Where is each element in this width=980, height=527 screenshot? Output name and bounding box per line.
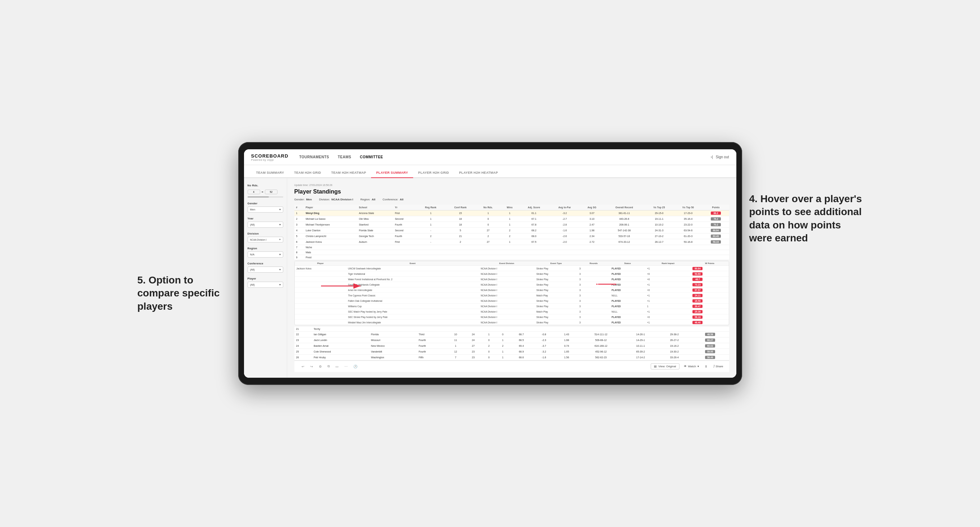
exp-cell-w-points[interactable]: 73.23: [690, 282, 729, 287]
exp-cell-w-points[interactable]: 57.57: [690, 287, 729, 293]
exp-cell-w-points[interactable]: 16.50: [690, 298, 729, 303]
table-row: 7 Niche: [294, 245, 729, 250]
cell-top50: [674, 250, 703, 255]
subnav-player-h2h-grid[interactable]: PLAYER H2H GRID: [413, 168, 454, 178]
player-select[interactable]: (All) ▾: [248, 282, 283, 288]
cell-reg-rank: 1: [417, 222, 445, 228]
cell-conf-rank: 21: [445, 233, 476, 239]
exp-cell-rank-impact: +1: [645, 298, 690, 303]
clock-icon[interactable]: 🕐: [352, 364, 359, 369]
cell-overall: 514-111-12: [578, 332, 624, 337]
cell-conf-rank: [445, 255, 476, 260]
cell-reg-rank: 7: [447, 355, 464, 360]
cell-adj-score: 68.6: [510, 355, 533, 360]
cell-avg-par: [549, 255, 580, 260]
update-time: Update time: 27/01/2024 16:56:26: [294, 184, 729, 186]
cell-top25: 65-39-2: [624, 349, 657, 355]
cell-avg-par: -0.8: [533, 332, 555, 337]
gender-select[interactable]: Men ▾: [248, 206, 283, 213]
cell-points[interactable]: 60.49: [703, 233, 729, 239]
no-rds-max[interactable]: 52: [265, 190, 277, 194]
copy-icon[interactable]: ⧉: [326, 364, 331, 369]
cell-no-rds: 0: [482, 349, 496, 355]
subnav-team-h2h-heatmap[interactable]: TEAM H2H HEATMAP: [326, 168, 371, 178]
cell-reg-rank: 12: [447, 349, 464, 355]
watch-button[interactable]: 👁 Watch ▾: [684, 365, 699, 368]
dash-icon[interactable]: ▭: [334, 364, 340, 369]
cell-player: Niche: [304, 245, 357, 250]
region-select[interactable]: N/A ▾: [248, 251, 283, 257]
cell-points[interactable]: [703, 250, 729, 255]
exp-cell-w-points[interactable]: 25.38: [690, 309, 729, 314]
cell-points[interactable]: 48.58: [691, 332, 729, 337]
cell-yr: Fourth: [417, 343, 447, 349]
cell-overall: 452-96-12: [578, 349, 624, 355]
cell-avg-par: -1.6: [533, 355, 555, 360]
cell-points[interactable]: 59.95: [691, 349, 729, 355]
cell-points[interactable]: [691, 327, 729, 332]
col-conf-rank: Conf Rank: [445, 205, 476, 210]
table-row: 6 Jackson Koivu Auburn First - 2 27 1 67…: [294, 239, 729, 245]
view-button[interactable]: ▤ View: Original: [651, 364, 679, 370]
subnav-player-h2h-heatmap[interactable]: PLAYER H2H HEATMAP: [454, 168, 503, 178]
cell-points[interactable]: 70.2: [703, 222, 729, 228]
subnav-team-summary[interactable]: TEAM SUMMARY: [251, 168, 290, 178]
sign-out[interactable]: Sign out: [716, 155, 729, 159]
cell-points[interactable]: 68.94: [703, 228, 729, 233]
exp-cell-type: Stroke Play: [535, 266, 578, 271]
exp-cell-rank-impact: +1: [645, 309, 690, 314]
conference-select[interactable]: (All) ▾: [248, 267, 283, 273]
cell-points[interactable]: 58.18: [703, 239, 729, 245]
cell-points[interactable]: [703, 255, 729, 260]
no-rds-slider[interactable]: [248, 197, 283, 197]
nav-teams[interactable]: TEAMS: [338, 154, 352, 160]
cell-points[interactable]: [703, 245, 729, 250]
cell-points[interactable]: 60.27: [691, 337, 729, 343]
division-select[interactable]: NCAA Division I ▾: [248, 237, 283, 243]
cell-avg-par: [549, 250, 580, 255]
exp-cell-w-points[interactable]: 60.64: [690, 266, 729, 271]
no-rds-min[interactable]: 4: [248, 190, 260, 194]
exp-cell-division: NCAA Division I: [479, 298, 535, 303]
cell-points[interactable]: 60.02: [691, 343, 729, 349]
bottom-toolbar: ↩ ↪ ⚙ ⧉ ▭ ⋯ 🕐 ▤ View: Original: [294, 360, 729, 372]
cell-points[interactable]: 58.49: [691, 355, 729, 360]
exp-cell-w-points[interactable]: 46.40: [690, 320, 729, 325]
exp-cell-rounds: 3: [578, 309, 610, 314]
exp-cell-w-points[interactable]: 46.7: [690, 277, 729, 282]
share-button[interactable]: ⤴ Share: [713, 365, 723, 368]
cell-avg-sg: 2.47: [580, 222, 604, 228]
subnav-player-summary[interactable]: PLAYER SUMMARY: [371, 168, 413, 178]
settings-icon[interactable]: ⚙: [317, 364, 323, 369]
cell-points[interactable]: 88.2: [703, 210, 729, 216]
exp-cell-w-points[interactable]: 53.60: [690, 271, 729, 277]
year-select[interactable]: (All) ▾: [248, 222, 283, 228]
undo-button[interactable]: ↩: [300, 364, 306, 369]
cell-avg-sg: 1.68: [555, 337, 578, 343]
exp-cell-division: NCAA Division I: [479, 309, 535, 314]
subnav-team-h2h-grid[interactable]: TEAM H2H GRID: [289, 168, 326, 178]
nav-tournaments[interactable]: TOURNAMENTS: [299, 154, 329, 160]
cell-overall: [578, 327, 624, 332]
share-label: Share: [716, 365, 723, 368]
cell-avg-par: -2.6: [549, 233, 580, 239]
redo-button[interactable]: ↪: [309, 364, 315, 369]
cell-no-rds: 0: [476, 222, 501, 228]
cell-points[interactable]: 76.2: [703, 216, 729, 222]
cell-adj-score: 68.9: [510, 349, 533, 355]
cell-school: Florida: [369, 332, 417, 337]
exp-cell-w-points[interactable]: 30.47: [690, 303, 729, 309]
cell-conf-rank: 23: [464, 355, 482, 360]
export-button[interactable]: ⬆: [703, 364, 709, 369]
col-yr: Yr: [393, 205, 417, 210]
cell-adj-score: 68.7: [510, 332, 533, 337]
nav-committee[interactable]: COMMITTEE: [360, 154, 383, 160]
cell-avg-sg: [555, 327, 578, 332]
year-label: Year: [248, 217, 283, 220]
cell-conf-rank: [445, 250, 476, 255]
exp-cell-w-points[interactable]: 24.11: [690, 293, 729, 298]
exp-cell-w-points[interactable]: 56.18: [690, 314, 729, 320]
more-icon[interactable]: ⋯: [343, 364, 349, 369]
exp-cell-player: [295, 298, 347, 303]
cell-wins: 2: [501, 228, 519, 233]
